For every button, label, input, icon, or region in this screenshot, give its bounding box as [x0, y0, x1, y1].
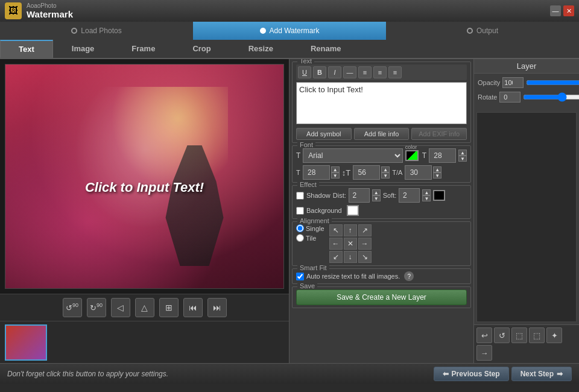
single-radio-label[interactable]: Single [296, 224, 324, 232]
align-top-left[interactable]: ↖ [329, 224, 343, 236]
rotate-slider[interactable] [523, 93, 579, 101]
color-swatch[interactable] [405, 150, 419, 161]
minimize-button[interactable]: — [550, 5, 561, 16]
add-symbol-button[interactable]: Add symbol [296, 128, 352, 140]
font-extra-up[interactable]: ▲ [433, 166, 441, 172]
font-large-spin: ▲ ▼ [353, 165, 390, 180]
opacity-slider[interactable] [526, 78, 579, 87]
soft-up[interactable]: ▲ [422, 189, 431, 195]
app-name-sub: AoaoPhoto [27, 2, 73, 9]
align-middle-center[interactable]: ✕ [344, 238, 357, 250]
underline-button[interactable]: U [298, 66, 311, 78]
step-load-photos[interactable]: Load Photos [0, 22, 193, 40]
smart-fit-checkbox[interactable] [296, 273, 304, 280]
layer-tool-2[interactable]: ↺ [494, 327, 510, 343]
background-checkbox[interactable] [296, 207, 304, 215]
tile-radio[interactable] [296, 234, 304, 242]
font-size-down[interactable]: ▼ [458, 156, 467, 162]
strikethrough-button[interactable]: — [343, 66, 356, 78]
next-image-button[interactable]: ⏭ [207, 298, 227, 317]
rotate-ccw-button[interactable]: ↺90 [63, 298, 82, 317]
alignment-grid: ↖ ↑ ↗ ← ✕ → ↙ ↓ ↘ [329, 224, 372, 263]
dist-label: Dist: [333, 192, 346, 199]
step-add-watermark[interactable]: Add Watermark [193, 22, 386, 40]
rotate-cw-button[interactable]: ↻90 [87, 298, 106, 317]
layer-tool-5[interactable]: ✦ [546, 327, 562, 343]
align-center-button[interactable]: ≡ [373, 66, 387, 78]
single-radio[interactable] [296, 224, 304, 232]
layer-tool-3[interactable]: ⬚ [511, 327, 527, 343]
flip-v-button[interactable]: △ [135, 298, 154, 317]
tab-crop[interactable]: Crop [174, 40, 229, 58]
layer-tool-6[interactable]: → [476, 345, 492, 361]
next-step-button[interactable]: Next Step ➡ [511, 367, 572, 381]
color-picker-wrapper: color [405, 150, 420, 161]
align-top-center[interactable]: ↑ [344, 224, 357, 236]
font-row-1: T Arial color T ▲ ▼ [296, 148, 467, 163]
soft-input[interactable] [399, 188, 420, 203]
opacity-row: Opacity [478, 77, 575, 88]
font-large-input[interactable] [353, 165, 380, 180]
font-size-input[interactable] [429, 148, 456, 163]
prev-image-button[interactable]: ⏮ [183, 298, 203, 317]
soft-down[interactable]: ▼ [422, 195, 431, 201]
preview-canvas[interactable]: Click to Input Text! [5, 64, 284, 289]
thumbnail-item[interactable] [5, 324, 47, 361]
close-button[interactable]: ✕ [563, 5, 574, 16]
tab-frame[interactable]: Frame [113, 40, 174, 58]
shadow-color-swatch[interactable] [433, 190, 445, 201]
layer-panel: Layer Opacity Rotate ↩ ↺ ⬚ ⬚ ✦ → [473, 59, 579, 363]
align-left-button[interactable]: ≡ [358, 66, 372, 78]
layer-tool-4[interactable]: ⬚ [529, 327, 545, 343]
help-icon[interactable]: ? [404, 271, 414, 281]
font-large-up[interactable]: ▲ [381, 166, 390, 172]
step-dot-output [467, 28, 473, 34]
dist-down[interactable]: ▼ [372, 195, 381, 201]
shadow-checkbox[interactable] [296, 192, 304, 200]
font-extra-input[interactable] [405, 165, 432, 180]
bg-color-swatch[interactable] [347, 205, 359, 216]
flip-h-button[interactable]: ◁ [111, 298, 130, 317]
font-large-down[interactable]: ▼ [381, 172, 390, 179]
step-output[interactable]: Output [386, 22, 579, 40]
radio-group: Single Tile [296, 224, 324, 242]
font-family-select[interactable]: Arial [303, 148, 402, 163]
step-bar: Load Photos Add Watermark Output [0, 22, 579, 40]
font-extra-down[interactable]: ▼ [433, 172, 441, 179]
layer-controls: Opacity Rotate [474, 74, 579, 110]
text-fieldset-legend: Text [297, 59, 314, 65]
title-bar-left: 🖼 AoaoPhoto Watermark [5, 2, 73, 19]
bottom-hint: Don't forget click this button to apply … [7, 370, 168, 378]
tile-radio-label[interactable]: Tile [296, 234, 324, 242]
fit-button[interactable]: ⊞ [159, 298, 179, 317]
align-right-button[interactable]: ≡ [388, 66, 402, 78]
align-top-right[interactable]: ↗ [358, 224, 372, 236]
layer-canvas [476, 112, 577, 322]
align-bottom-right[interactable]: ↘ [358, 251, 372, 263]
rotate-input[interactable] [499, 92, 520, 103]
align-middle-left[interactable]: ← [329, 238, 343, 250]
prev-step-button[interactable]: ⬅ Previous Step [434, 367, 509, 381]
text-input[interactable]: Click to Input Text! [296, 82, 467, 124]
add-file-info-button[interactable]: Add file info [354, 128, 410, 140]
tab-text[interactable]: Text [0, 40, 53, 58]
bold-button[interactable]: B [313, 66, 326, 78]
tab-image[interactable]: Image [53, 40, 113, 58]
tab-rename[interactable]: Rename [292, 40, 360, 58]
opacity-input[interactable] [502, 77, 524, 88]
tab-resize[interactable]: Resize [230, 40, 292, 58]
dist-up[interactable]: ▲ [372, 189, 381, 195]
font-small-input[interactable] [303, 165, 330, 180]
layer-tools: ↩ ↺ ⬚ ⬚ ✦ → [474, 324, 579, 363]
align-bottom-center[interactable]: ↓ [344, 251, 357, 263]
align-bottom-left[interactable]: ↙ [329, 251, 343, 263]
font-small-up[interactable]: ▲ [331, 166, 340, 172]
add-exif-button[interactable]: Add EXIF info [411, 128, 467, 140]
italic-button[interactable]: I [328, 66, 341, 78]
dist-input[interactable] [349, 188, 370, 203]
layer-tool-1[interactable]: ↩ [476, 327, 492, 343]
align-middle-right[interactable]: → [358, 238, 372, 250]
font-size-up[interactable]: ▲ [458, 150, 467, 156]
font-small-down[interactable]: ▼ [331, 172, 340, 179]
save-button[interactable]: Save & Create a New Layer [296, 289, 467, 305]
